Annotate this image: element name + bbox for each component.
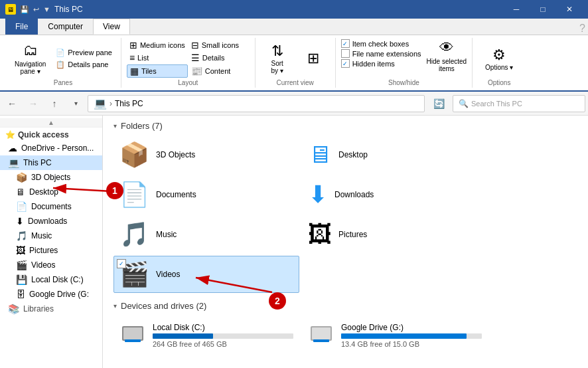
- sidebar-item-google-drive[interactable]: 🗄 Google Drive (G:: [0, 287, 102, 302]
- google-drive-icon: [308, 321, 334, 350]
- local-disk-bar-container: [153, 333, 293, 339]
- refresh-button[interactable]: 🔄: [430, 95, 447, 112]
- save-icon[interactable]: 💾: [20, 5, 29, 14]
- tile-pictures[interactable]: 🖼 Pictures: [302, 216, 488, 253]
- content-button[interactable]: 📰 Content: [188, 64, 250, 78]
- customize-icon[interactable]: ▼: [43, 5, 50, 13]
- sidebar-item-documents[interactable]: 📄 Documents: [0, 199, 102, 214]
- file-extensions-toggle[interactable]: File name extensions: [341, 49, 421, 58]
- options-icon: ⚙: [492, 46, 506, 64]
- up-button[interactable]: ↑: [45, 94, 64, 113]
- title-bar: 🖥 💾 ↩ ▼ This PC ─ □ ✕: [0, 0, 588, 19]
- small-icons-icon: ⊟: [191, 40, 199, 50]
- drive-local-disk[interactable]: Local Disk (C:) 264 GB free of 465 GB: [113, 316, 299, 355]
- local-disk-free: 264 GB free of 465 GB: [153, 340, 293, 348]
- details-pane-button[interactable]: 📋 Details pane: [52, 59, 115, 70]
- details-label: Details: [202, 54, 225, 62]
- hidden-items-checkbox[interactable]: [341, 59, 350, 68]
- sidebar-item-videos[interactable]: 🎬 Videos: [0, 258, 102, 272]
- desktop-sidebar-label: Desktop: [29, 187, 58, 197]
- tab-computer[interactable]: Computer: [38, 19, 93, 35]
- details-button[interactable]: ☰ Details: [188, 52, 250, 64]
- devices-toggle[interactable]: ▾: [113, 302, 117, 310]
- small-icons-button[interactable]: ⊟ Small icons: [188, 39, 250, 51]
- desktop-label: Desktop: [338, 150, 368, 159]
- current-view-label: Current view: [277, 79, 314, 86]
- nav-pane-label: Navigationpane ▾: [15, 60, 46, 75]
- preview-pane-label: Preview pane: [68, 48, 112, 56]
- music-sidebar-icon: 🎵: [16, 230, 27, 241]
- google-drive-bar: [341, 333, 467, 339]
- google-drive-name: Google Drive (G:): [341, 323, 482, 332]
- folders-grid: 📦 3D Objects 🖥 Desktop 📄 Documents ⬇ Dow…: [113, 136, 577, 293]
- address-pc-icon: 💻: [94, 97, 107, 110]
- tile-videos[interactable]: 🎬 Videos: [113, 256, 299, 293]
- forward-button[interactable]: →: [24, 94, 42, 113]
- tile-downloads[interactable]: ⬇ Downloads: [302, 176, 488, 213]
- list-label: List: [137, 54, 149, 62]
- medium-icons-button[interactable]: ⊞ Medium icons: [127, 39, 188, 51]
- maximize-button[interactable]: □: [530, 0, 556, 19]
- sidebar-item-libraries[interactable]: 📚 Libraries: [0, 302, 102, 316]
- file-extensions-checkbox[interactable]: [341, 49, 350, 58]
- drive-google-drive[interactable]: Google Drive (G:) 13.4 GB free of 15.0 G…: [302, 316, 488, 355]
- ribbon-group-layout: ⊞ Medium icons ⊟ Small icons ≡ List ☰ De…: [121, 38, 256, 88]
- recent-locations-button[interactable]: ▾: [66, 94, 85, 113]
- sidebar-item-local-disk[interactable]: 💾 Local Disk (C:): [0, 272, 102, 287]
- google-drive-sidebar-label: Google Drive (G:: [29, 290, 89, 299]
- tiles-button[interactable]: ▦ Tiles: [127, 64, 188, 78]
- sidebar-item-3d-objects[interactable]: 📦 3D Objects: [0, 170, 102, 185]
- sidebar-item-desktop[interactable]: 🖥 Desktop: [0, 185, 102, 199]
- item-checkboxes-toggle[interactable]: Item check boxes: [341, 39, 409, 48]
- group-by-button[interactable]: ⊞: [297, 47, 330, 70]
- details-pane-label: Details pane: [68, 60, 108, 68]
- local-disk-sidebar-icon: 💾: [16, 274, 27, 285]
- documents-sidebar-icon: 📄: [16, 201, 27, 212]
- videos-checkbox[interactable]: [117, 259, 126, 268]
- minimize-button[interactable]: ─: [503, 0, 530, 19]
- folders-label: Folders (7): [121, 121, 163, 131]
- downloads-sidebar-icon: ⬇: [16, 216, 24, 227]
- desktop-sidebar-icon: 🖥: [16, 187, 25, 197]
- hidden-items-toggle[interactable]: Hidden items: [341, 59, 395, 68]
- tile-3d-objects[interactable]: 📦 3D Objects: [113, 136, 299, 173]
- list-button[interactable]: ≡ List: [127, 52, 188, 64]
- tab-file[interactable]: File: [5, 19, 38, 35]
- help-button[interactable]: ?: [579, 23, 585, 35]
- ribbon-group-options: ⚙ Options ▾ Options: [473, 38, 526, 88]
- sidebar-item-pictures[interactable]: 🖼 Pictures: [0, 243, 102, 258]
- content-icon: 📰: [191, 66, 202, 76]
- tile-desktop[interactable]: 🖥 Desktop: [302, 136, 488, 173]
- sidebar-scroll-up[interactable]: ▲: [0, 118, 102, 128]
- search-bar[interactable]: 🔍 Search This PC: [453, 95, 585, 112]
- sidebar-item-downloads[interactable]: ⬇ Downloads: [0, 214, 102, 229]
- hide-selected-button[interactable]: 👁 Hide selecteditems: [427, 39, 467, 72]
- undo-icon[interactable]: ↩: [33, 5, 39, 14]
- preview-pane-button[interactable]: 📄 Preview pane: [52, 47, 115, 58]
- tile-music[interactable]: 🎵 Music: [113, 216, 299, 253]
- navigation-pane-button[interactable]: 🗂 Navigationpane ▾: [11, 39, 50, 78]
- options-button[interactable]: ⚙ Options ▾: [481, 44, 517, 74]
- details-icon: ☰: [191, 52, 200, 63]
- sidebar-item-music[interactable]: 🎵 Music: [0, 229, 102, 243]
- sidebar-item-onedrive[interactable]: ☁ OneDrive - Person...: [0, 141, 102, 155]
- sidebar-item-this-pc[interactable]: 💻 This PC: [0, 155, 102, 170]
- address-bar[interactable]: 💻 › This PC: [88, 95, 425, 112]
- sort-by-button[interactable]: ⇅ Sortby ▾: [261, 40, 294, 77]
- folders-toggle[interactable]: ▾: [113, 122, 117, 130]
- tile-documents[interactable]: 📄 Documents: [113, 176, 299, 213]
- pictures-sidebar-icon: 🖼: [16, 245, 25, 256]
- ribbon-tabs: File Computer View ?: [0, 19, 588, 35]
- close-button[interactable]: ✕: [556, 0, 583, 19]
- this-pc-label: This PC: [23, 158, 52, 167]
- layout-group-label: Layout: [178, 79, 198, 86]
- tab-view[interactable]: View: [93, 19, 130, 35]
- 3d-objects-label: 3D Objects: [156, 150, 195, 159]
- videos-sidebar-label: Videos: [31, 260, 55, 270]
- hide-selected-icon: 👁: [439, 39, 454, 56]
- drives-grid: Local Disk (C:) 264 GB free of 465 GB: [113, 316, 577, 355]
- back-button[interactable]: ←: [3, 94, 21, 113]
- folders-section-header: ▾ Folders (7): [113, 121, 577, 131]
- sidebar-item-quick-access[interactable]: ⭐ Quick access: [0, 128, 102, 141]
- item-checkboxes-checkbox[interactable]: [341, 39, 350, 48]
